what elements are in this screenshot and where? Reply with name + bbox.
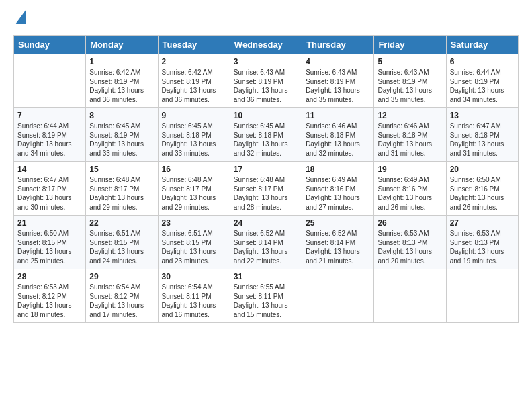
day-number: 21	[17, 218, 82, 228]
calendar-cell: 13Sunrise: 6:47 AMSunset: 8:18 PMDayligh…	[446, 108, 518, 162]
day-info: Sunrise: 6:53 AMSunset: 8:12 PMDaylight:…	[17, 283, 82, 319]
day-number: 30	[162, 272, 226, 281]
day-info: Sunrise: 6:50 AMSunset: 8:15 PMDaylight:…	[17, 229, 82, 265]
week-row-2: 7Sunrise: 6:44 AMSunset: 8:19 PMDaylight…	[14, 108, 519, 162]
day-info: Sunrise: 6:46 AMSunset: 8:18 PMDaylight:…	[378, 122, 442, 158]
page: SundayMondayTuesdayWednesdayThursdayFrid…	[0, 0, 532, 334]
day-number: 5	[378, 57, 442, 66]
day-info: Sunrise: 6:52 AMSunset: 8:14 PMDaylight:…	[306, 229, 370, 265]
day-number: 13	[450, 111, 515, 120]
week-row-4: 21Sunrise: 6:50 AMSunset: 8:15 PMDayligh…	[14, 216, 519, 269]
col-header-tuesday: Tuesday	[158, 36, 230, 54]
day-number: 7	[17, 111, 82, 120]
col-header-thursday: Thursday	[302, 36, 374, 54]
logo-text	[13, 11, 26, 27]
day-info: Sunrise: 6:53 AMSunset: 8:13 PMDaylight:…	[450, 229, 515, 265]
day-number: 29	[89, 272, 154, 281]
day-number: 17	[234, 165, 298, 174]
day-info: Sunrise: 6:55 AMSunset: 8:11 PMDaylight:…	[234, 283, 298, 319]
day-info: Sunrise: 6:43 AMSunset: 8:19 PMDaylight:…	[378, 68, 442, 104]
calendar-cell: 8Sunrise: 6:45 AMSunset: 8:19 PMDaylight…	[86, 108, 158, 162]
col-header-wednesday: Wednesday	[230, 36, 302, 54]
day-number: 27	[450, 218, 515, 228]
calendar-cell: 16Sunrise: 6:48 AMSunset: 8:17 PMDayligh…	[158, 162, 230, 216]
calendar-cell: 26Sunrise: 6:53 AMSunset: 8:13 PMDayligh…	[374, 216, 446, 269]
calendar-cell: 24Sunrise: 6:52 AMSunset: 8:14 PMDayligh…	[230, 216, 302, 269]
day-number: 31	[234, 272, 298, 281]
day-number: 26	[378, 218, 442, 228]
day-number: 20	[450, 165, 515, 174]
day-info: Sunrise: 6:54 AMSunset: 8:11 PMDaylight:…	[162, 283, 226, 319]
day-info: Sunrise: 6:51 AMSunset: 8:15 PMDaylight:…	[162, 229, 226, 265]
day-info: Sunrise: 6:45 AMSunset: 8:18 PMDaylight:…	[162, 122, 226, 158]
day-number: 23	[162, 218, 226, 228]
col-header-saturday: Saturday	[446, 36, 518, 54]
calendar-cell: 2Sunrise: 6:42 AMSunset: 8:19 PMDaylight…	[158, 54, 230, 108]
calendar-cell: 5Sunrise: 6:43 AMSunset: 8:19 PMDaylight…	[374, 54, 446, 108]
day-info: Sunrise: 6:46 AMSunset: 8:18 PMDaylight:…	[306, 122, 370, 158]
calendar-cell: 19Sunrise: 6:49 AMSunset: 8:16 PMDayligh…	[374, 162, 446, 216]
day-number: 11	[306, 111, 370, 120]
calendar-cell: 30Sunrise: 6:54 AMSunset: 8:11 PMDayligh…	[158, 269, 230, 323]
day-number: 18	[306, 165, 370, 174]
logo-triangle-icon	[15, 5, 26, 27]
calendar-cell: 29Sunrise: 6:54 AMSunset: 8:12 PMDayligh…	[86, 269, 158, 323]
day-info: Sunrise: 6:44 AMSunset: 8:19 PMDaylight:…	[450, 68, 515, 104]
calendar-cell: 7Sunrise: 6:44 AMSunset: 8:19 PMDaylight…	[14, 108, 86, 162]
day-info: Sunrise: 6:53 AMSunset: 8:13 PMDaylight:…	[378, 229, 442, 265]
calendar-cell: 11Sunrise: 6:46 AMSunset: 8:18 PMDayligh…	[302, 108, 374, 162]
day-info: Sunrise: 6:47 AMSunset: 8:18 PMDaylight:…	[450, 122, 515, 158]
day-number: 14	[17, 165, 82, 174]
calendar-cell: 22Sunrise: 6:51 AMSunset: 8:15 PMDayligh…	[86, 216, 158, 269]
header	[13, 11, 519, 27]
week-row-3: 14Sunrise: 6:47 AMSunset: 8:17 PMDayligh…	[14, 162, 519, 216]
day-number: 10	[234, 111, 298, 120]
calendar-cell: 15Sunrise: 6:48 AMSunset: 8:17 PMDayligh…	[86, 162, 158, 216]
day-number: 6	[450, 57, 515, 66]
calendar-cell: 10Sunrise: 6:45 AMSunset: 8:18 PMDayligh…	[230, 108, 302, 162]
day-number: 3	[234, 57, 298, 66]
day-number: 1	[89, 57, 154, 66]
day-number: 4	[306, 57, 370, 66]
day-info: Sunrise: 6:48 AMSunset: 8:17 PMDaylight:…	[234, 175, 298, 212]
calendar-cell	[374, 269, 446, 323]
day-number: 8	[89, 111, 154, 120]
calendar-cell: 18Sunrise: 6:49 AMSunset: 8:16 PMDayligh…	[302, 162, 374, 216]
calendar-cell: 20Sunrise: 6:50 AMSunset: 8:16 PMDayligh…	[446, 162, 518, 216]
day-info: Sunrise: 6:42 AMSunset: 8:19 PMDaylight:…	[89, 68, 154, 104]
day-info: Sunrise: 6:49 AMSunset: 8:16 PMDaylight:…	[306, 175, 370, 212]
day-info: Sunrise: 6:45 AMSunset: 8:18 PMDaylight:…	[234, 122, 298, 158]
calendar-cell: 4Sunrise: 6:43 AMSunset: 8:19 PMDaylight…	[302, 54, 374, 108]
calendar-cell: 12Sunrise: 6:46 AMSunset: 8:18 PMDayligh…	[374, 108, 446, 162]
calendar-cell: 23Sunrise: 6:51 AMSunset: 8:15 PMDayligh…	[158, 216, 230, 269]
day-number: 9	[162, 111, 226, 120]
day-info: Sunrise: 6:43 AMSunset: 8:19 PMDaylight:…	[234, 68, 298, 104]
day-info: Sunrise: 6:48 AMSunset: 8:17 PMDaylight:…	[89, 175, 154, 212]
day-number: 2	[162, 57, 226, 66]
logo	[13, 11, 26, 27]
calendar-cell	[446, 269, 518, 323]
calendar-cell: 3Sunrise: 6:43 AMSunset: 8:19 PMDaylight…	[230, 54, 302, 108]
day-number: 12	[378, 111, 442, 120]
calendar-cell: 21Sunrise: 6:50 AMSunset: 8:15 PMDayligh…	[14, 216, 86, 269]
col-header-sunday: Sunday	[14, 36, 86, 54]
day-info: Sunrise: 6:50 AMSunset: 8:16 PMDaylight:…	[450, 175, 515, 212]
day-number: 28	[17, 272, 82, 281]
day-info: Sunrise: 6:45 AMSunset: 8:19 PMDaylight:…	[89, 122, 154, 158]
calendar-cell: 1Sunrise: 6:42 AMSunset: 8:19 PMDaylight…	[86, 54, 158, 108]
day-number: 22	[89, 218, 154, 228]
week-row-5: 28Sunrise: 6:53 AMSunset: 8:12 PMDayligh…	[14, 269, 519, 323]
calendar-cell: 9Sunrise: 6:45 AMSunset: 8:18 PMDaylight…	[158, 108, 230, 162]
day-number: 25	[306, 218, 370, 228]
day-info: Sunrise: 6:44 AMSunset: 8:19 PMDaylight:…	[17, 122, 82, 158]
calendar-header-row: SundayMondayTuesdayWednesdayThursdayFrid…	[14, 36, 519, 54]
calendar-cell: 31Sunrise: 6:55 AMSunset: 8:11 PMDayligh…	[230, 269, 302, 323]
col-header-friday: Friday	[374, 36, 446, 54]
day-info: Sunrise: 6:47 AMSunset: 8:17 PMDaylight:…	[17, 175, 82, 212]
week-row-1: 1Sunrise: 6:42 AMSunset: 8:19 PMDaylight…	[14, 54, 519, 108]
calendar-cell: 14Sunrise: 6:47 AMSunset: 8:17 PMDayligh…	[14, 162, 86, 216]
day-info: Sunrise: 6:54 AMSunset: 8:12 PMDaylight:…	[89, 283, 154, 319]
day-info: Sunrise: 6:43 AMSunset: 8:19 PMDaylight:…	[306, 68, 370, 104]
calendar-cell: 17Sunrise: 6:48 AMSunset: 8:17 PMDayligh…	[230, 162, 302, 216]
calendar-cell	[302, 269, 374, 323]
